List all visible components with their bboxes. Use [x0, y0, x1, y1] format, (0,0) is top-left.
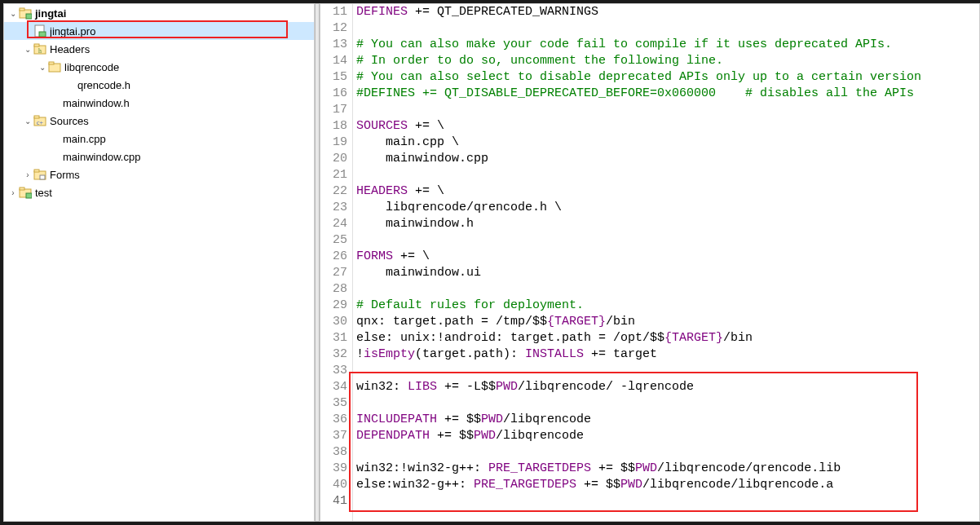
code-line[interactable]: else: unix:!android: target.path = /opt/…	[356, 330, 979, 346]
tree-item-headers[interactable]: ⌄hHeaders	[4, 40, 314, 58]
code-token: INSTALLS	[525, 347, 584, 361]
line-number: 39	[320, 461, 347, 477]
code-line[interactable]: win32: LIBS += -L$$PWD/libqrencode/ -lqr…	[356, 379, 979, 395]
code-token: mainwindow.h	[356, 217, 474, 231]
project-tree[interactable]: ⌄jingtai·jingtai.pro⌄hHeaders⌄libqrencod…	[3, 3, 315, 522]
code-line[interactable]: libqrencode/qrencode.h \	[356, 200, 979, 216]
code-token: $$	[466, 412, 481, 426]
code-line[interactable]	[356, 232, 979, 249]
code-token: +=	[591, 461, 620, 475]
code-line[interactable]: qnx: target.path = /tmp/$${TARGET}/bin	[356, 314, 979, 330]
line-number: 15	[320, 69, 347, 86]
tree-item-mainwindow-h[interactable]: ·mainwindow.h	[4, 94, 314, 112]
line-number: 17	[320, 102, 347, 118]
code-line[interactable]: HEADERS += \	[356, 183, 979, 200]
code-line[interactable]: mainwindow.cpp	[356, 151, 979, 167]
svg-rect-15	[40, 175, 45, 179]
tree-item-test[interactable]: ›test	[4, 183, 314, 201]
collapse-arrow-icon[interactable]: ⌄	[37, 63, 48, 72]
line-number: 35	[320, 395, 347, 412]
collapse-arrow-icon[interactable]: ⌄	[22, 45, 33, 54]
code-token: $$	[620, 461, 635, 475]
code-line[interactable]	[356, 102, 979, 118]
code-token: # Default rules for deployment.	[356, 298, 584, 312]
code-editor[interactable]: 1112131415161718192021222324252627282930…	[320, 3, 980, 522]
tree-item-mainwindow-cpp[interactable]: ·mainwindow.cpp	[4, 148, 314, 165]
code-token: +=	[576, 478, 606, 492]
code-line[interactable]: #DEFINES += QT_DISABLE_DEPRECATED_BEFORE…	[356, 86, 979, 102]
code-line[interactable]: !isEmpty(target.path): INSTALLS += targe…	[356, 346, 979, 363]
code-line[interactable]: # In order to do so, uncomment the follo…	[356, 53, 979, 69]
expand-arrow-icon[interactable]: ›	[22, 170, 33, 179]
code-token: $$	[459, 429, 474, 443]
code-token: !	[356, 347, 364, 361]
code-line[interactable]: mainwindow.h	[356, 216, 979, 232]
line-number: 28	[320, 281, 347, 298]
tree-item-main-cpp[interactable]: ·main.cpp	[4, 130, 314, 148]
code-line[interactable]: DEFINES += QT_DEPRECATED_WARNINGS	[356, 4, 979, 20]
code-line[interactable]	[356, 281, 979, 298]
line-number: 24	[320, 216, 347, 232]
code-token: -L$$	[466, 380, 496, 394]
code-token: PWD	[496, 380, 518, 394]
tree-item-qrencode-h[interactable]: ·qrencode.h	[4, 76, 314, 94]
code-line[interactable]: main.cpp \	[356, 135, 979, 151]
line-number: 26	[320, 249, 347, 265]
code-token: PWD	[620, 478, 642, 492]
code-line[interactable]: win32:!win32-g++: PRE_TARGETDEPS += $$PW…	[356, 461, 979, 477]
code-line[interactable]: # Default rules for deployment.	[356, 298, 979, 314]
code-token: main.cpp \	[356, 135, 459, 149]
line-number: 16	[320, 86, 347, 102]
h-folder-icon: h	[33, 42, 46, 55]
code-line[interactable]: else:win32-g++: PRE_TARGETDEPS += $$PWD/…	[356, 477, 979, 493]
code-line[interactable]: mainwindow.ui	[356, 265, 979, 281]
code-line[interactable]: INCLUDEPATH += $$PWD/libqrencode	[356, 412, 979, 428]
tree-item-forms[interactable]: ›Forms	[4, 165, 314, 183]
ui-folder-icon	[33, 168, 46, 181]
tree-item-jingtai[interactable]: ⌄jingtai	[4, 4, 314, 22]
code-line[interactable]	[356, 167, 979, 183]
tree-item-sources[interactable]: ⌄c+Sources	[4, 112, 314, 130]
code-line[interactable]: # You can also select to disable depreca…	[356, 69, 979, 86]
code-token: \	[437, 184, 444, 198]
code-line[interactable]	[356, 395, 979, 412]
code-line[interactable]	[356, 20, 979, 37]
code-token: {	[547, 315, 554, 329]
tree-item-label: mainwindow.h	[63, 97, 130, 109]
svg-rect-11	[34, 116, 39, 118]
code-token: +=	[584, 347, 613, 361]
code-token: win32:!win32-g++:	[356, 461, 488, 475]
line-number: 30	[320, 314, 347, 330]
code-token: mainwindow.ui	[356, 266, 481, 280]
code-line[interactable]: DEPENDPATH += $$PWD/libqrencode	[356, 428, 979, 444]
code-area[interactable]: DEFINES += QT_DEPRECATED_WARNINGS# You c…	[353, 4, 979, 521]
code-token: mainwindow.cpp	[356, 152, 488, 165]
tree-item-libqrencode[interactable]: ⌄libqrencode	[4, 58, 314, 76]
code-line[interactable]	[356, 444, 979, 461]
line-number: 38	[320, 444, 347, 461]
line-number: 21	[320, 167, 347, 183]
collapse-arrow-icon[interactable]: ⌄	[22, 117, 33, 126]
code-token: # In order to do so, uncomment the follo…	[356, 54, 723, 68]
line-number: 23	[320, 200, 347, 216]
code-line[interactable]	[356, 363, 979, 379]
code-line[interactable]: SOURCES += \	[356, 118, 979, 135]
tree-item-label: Sources	[50, 115, 89, 127]
code-token: /libqrencode/libqrencode.a	[642, 478, 833, 492]
code-line[interactable]: # You can also make your code fail to co…	[356, 37, 979, 53]
code-token: DEFINES	[356, 5, 408, 19]
code-token: /libqrencode	[496, 429, 584, 443]
line-number: 22	[320, 183, 347, 200]
tree-item-label: jingtai.pro	[50, 25, 95, 38]
line-number: 41	[320, 493, 347, 510]
expand-arrow-icon[interactable]: ›	[7, 188, 19, 197]
pro-file-icon	[33, 24, 46, 38]
code-line[interactable]	[356, 493, 979, 510]
code-token: PRE_TARGETDEPS	[474, 478, 576, 492]
code-line[interactable]: FORMS += \	[356, 249, 979, 265]
collapse-arrow-icon[interactable]: ⌄	[7, 9, 19, 18]
line-number: 19	[320, 135, 347, 151]
code-token: # You can also make your code fail to co…	[356, 38, 892, 51]
tree-item-jingtai-pro[interactable]: ·jingtai.pro	[4, 22, 314, 40]
svg-rect-6	[34, 44, 39, 46]
